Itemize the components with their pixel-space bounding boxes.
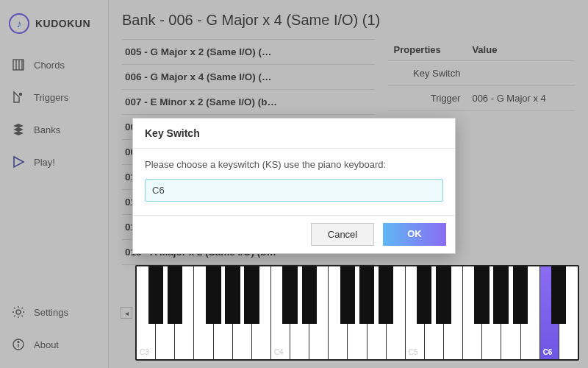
ok-button[interactable]: OK [383,223,446,246]
dialog-message: Please choose a keyswitch (KS) use the p… [145,159,443,170]
piano-keyboard[interactable]: C3C4C5C6 [135,265,579,361]
piano-black-key[interactable] [206,266,220,324]
piano-prev-button[interactable]: ◂ [118,265,135,361]
piano-black-key[interactable] [493,266,508,324]
piano-black-key[interactable] [340,266,355,324]
keyswitch-dialog: Key Switch Please choose a keyswitch (KS… [132,118,456,254]
cancel-button[interactable]: Cancel [311,223,374,246]
piano-black-key[interactable] [379,266,393,324]
piano-key-label: C3 [140,348,149,356]
piano-black-key[interactable] [168,266,182,324]
piano-black-key[interactable] [513,266,528,324]
piano-black-key[interactable] [436,266,451,324]
piano-black-key[interactable] [359,266,374,324]
piano-key-label: C6 [543,348,553,356]
dialog-title: Key Switch [133,118,455,149]
piano-black-key[interactable] [551,266,566,324]
piano-key-label: C4 [274,348,284,356]
chevron-left-icon: ◂ [121,307,132,319]
piano-key-label: C5 [409,348,418,356]
piano-black-key[interactable] [244,266,259,324]
piano-black-key[interactable] [417,266,431,324]
piano-black-key[interactable] [302,266,317,324]
piano-black-key[interactable] [148,266,163,324]
keyswitch-input[interactable] [145,179,443,202]
piano-black-key[interactable] [282,266,297,324]
piano-black-key[interactable] [474,266,489,324]
piano-black-key[interactable] [225,266,240,324]
